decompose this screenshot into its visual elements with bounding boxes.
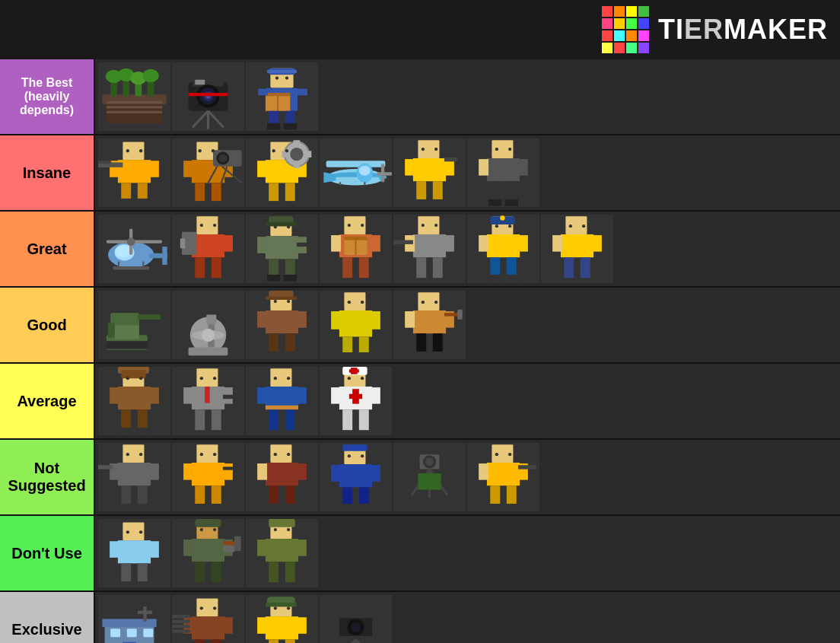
item-svg <box>320 215 392 283</box>
svg-rect-299 <box>285 485 295 504</box>
svg-point-252 <box>200 377 203 380</box>
item-svg <box>467 138 539 207</box>
svg-point-167 <box>434 224 438 227</box>
tier-label-good: Good <box>0 288 95 362</box>
tier-item <box>393 215 466 283</box>
tier-item <box>172 367 244 435</box>
svg-rect-365 <box>192 616 224 639</box>
svg-rect-288 <box>223 463 233 480</box>
item-svg <box>320 367 392 435</box>
tier-item <box>320 138 392 207</box>
logo-cell <box>626 43 637 53</box>
svg-rect-141 <box>269 259 278 277</box>
svg-rect-198 <box>206 315 216 325</box>
tiermaker-logo: TiERMAKER <box>602 6 828 53</box>
svg-rect-224 <box>405 311 415 328</box>
svg-rect-319 <box>487 463 520 485</box>
tier-item <box>467 138 539 207</box>
svg-point-64 <box>212 149 215 152</box>
tier-label-dontuse: Don't Use <box>0 516 95 590</box>
svg-rect-287 <box>183 463 193 480</box>
item-svg <box>320 291 392 359</box>
svg-rect-128 <box>223 235 233 252</box>
svg-rect-98 <box>415 199 428 206</box>
svg-rect-381 <box>297 617 307 634</box>
svg-rect-94 <box>405 159 415 176</box>
item-svg <box>246 595 318 643</box>
tier-item <box>246 443 318 511</box>
svg-rect-206 <box>257 311 267 328</box>
svg-rect-97 <box>433 181 443 202</box>
svg-rect-271 <box>349 394 362 399</box>
svg-rect-96 <box>416 181 426 202</box>
svg-rect-139 <box>257 237 267 253</box>
svg-rect-42 <box>149 161 159 177</box>
svg-point-389 <box>351 622 361 632</box>
svg-rect-378 <box>266 603 297 606</box>
svg-rect-241 <box>136 428 149 435</box>
logo-grid <box>602 6 649 53</box>
svg-rect-111 <box>505 199 518 206</box>
svg-rect-234 <box>121 371 145 379</box>
svg-point-186 <box>569 224 572 228</box>
logo-cell <box>638 18 649 29</box>
svg-point-354 <box>274 528 277 531</box>
tier-label-great: Great <box>0 212 95 286</box>
svg-rect-383 <box>285 639 295 643</box>
logo-cell <box>614 30 625 41</box>
svg-rect-165 <box>393 240 413 244</box>
svg-rect-249 <box>195 409 205 430</box>
svg-line-20 <box>192 111 208 128</box>
svg-rect-35 <box>267 123 280 130</box>
svg-point-121 <box>127 237 135 246</box>
tier-item <box>172 138 244 207</box>
svg-point-292 <box>200 453 203 456</box>
logo-er: ER <box>684 14 724 45</box>
svg-rect-216 <box>342 337 352 355</box>
svg-point-283 <box>126 453 129 456</box>
svg-rect-298 <box>269 485 278 504</box>
tier-item <box>172 215 244 283</box>
svg-rect-110 <box>488 199 501 206</box>
svg-rect-248 <box>205 387 209 403</box>
svg-rect-297 <box>297 463 307 480</box>
svg-point-178 <box>495 224 498 228</box>
svg-point-310 <box>361 454 364 457</box>
svg-rect-82 <box>332 177 380 182</box>
svg-rect-55 <box>195 183 205 201</box>
svg-rect-23 <box>189 93 228 96</box>
svg-point-103 <box>434 148 438 151</box>
item-svg <box>98 215 170 283</box>
svg-rect-277 <box>118 463 151 485</box>
tier-item <box>172 519 244 587</box>
item-svg <box>393 215 466 283</box>
svg-rect-219 <box>358 352 371 359</box>
svg-rect-317 <box>418 473 441 490</box>
svg-rect-108 <box>490 181 500 202</box>
svg-rect-164 <box>433 257 443 278</box>
svg-rect-26 <box>267 70 297 73</box>
svg-rect-122 <box>113 266 148 269</box>
svg-rect-369 <box>212 639 221 643</box>
tier-item <box>246 62 318 131</box>
svg-rect-273 <box>359 409 369 430</box>
item-svg <box>541 215 613 283</box>
svg-rect-307 <box>359 487 369 504</box>
svg-rect-382 <box>269 639 278 643</box>
svg-rect-181 <box>561 234 593 257</box>
tier-item <box>393 138 466 207</box>
svg-rect-368 <box>195 639 205 643</box>
logo-cell <box>614 43 625 53</box>
svg-point-87 <box>336 186 345 196</box>
svg-rect-295 <box>266 463 298 485</box>
svg-rect-266 <box>349 369 359 372</box>
svg-point-133 <box>200 224 203 227</box>
svg-rect-43 <box>121 183 131 201</box>
svg-rect-332 <box>138 563 148 581</box>
svg-rect-352 <box>269 562 278 582</box>
svg-point-88 <box>360 186 370 196</box>
svg-line-392 <box>356 639 374 643</box>
svg-rect-36 <box>284 123 297 130</box>
item-svg <box>98 595 170 643</box>
item-svg <box>246 215 318 283</box>
